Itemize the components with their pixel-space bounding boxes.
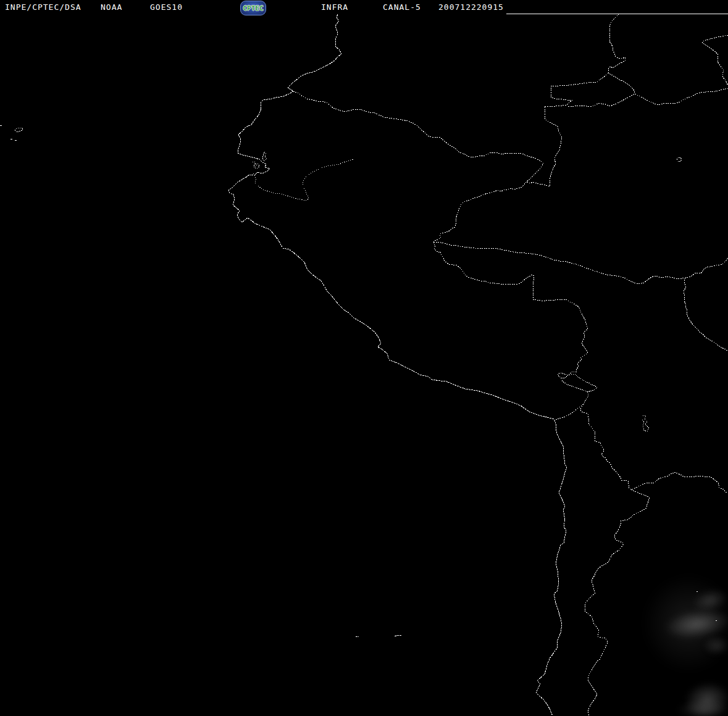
satellite-label: GOES10 <box>150 2 183 12</box>
header-bar: INPE/CPTEC/DSA NOAA GOES10 INFRA CANAL-5… <box>0 0 728 14</box>
guayaquil-island <box>262 152 267 161</box>
venezuela-brazil-border <box>568 88 728 106</box>
ecuador-peru-border <box>253 159 353 201</box>
ecuador-colombia-peru-north-border <box>293 91 543 242</box>
lake-poopo-outline <box>642 415 649 431</box>
cptec-logo-text: CPTEC <box>243 4 263 12</box>
map-borders-svg <box>0 0 728 716</box>
timestamp-label: 200712220915 <box>438 2 504 12</box>
venezuela-colombia-border <box>608 12 635 94</box>
northeast-corner-border <box>702 35 728 85</box>
peru-bolivia-chile-connector <box>554 404 584 420</box>
colombia-brazil-border <box>526 73 608 186</box>
guayaquil-inlet <box>254 164 259 169</box>
chile-bolivia-argentina-border <box>580 404 728 493</box>
channel-label: CANAL-5 <box>383 2 421 12</box>
islet-dot-b <box>10 139 12 139</box>
galapagos-islet-oval <box>15 128 23 131</box>
small-lake-north <box>677 157 682 161</box>
organization-label: NOAA <box>101 2 122 12</box>
pacific-coastline <box>228 14 567 716</box>
chile-argentina-border <box>585 489 650 716</box>
cptec-logo: CPTEC <box>240 1 266 15</box>
gulf-inner-shore <box>253 162 257 168</box>
brazil-bolivia-east-border <box>684 278 727 351</box>
amazon-colombia-peru-brazil-line <box>433 242 728 284</box>
cloud-speck-b <box>716 620 717 621</box>
satellite-image-viewport: INPE/CPTEC/DSA NOAA GOES10 INFRA CANAL-5… <box>0 0 728 716</box>
band-label: INFRA <box>321 2 348 12</box>
island-dash-east <box>395 635 401 636</box>
agency-label: INPE/CPTEC/DSA <box>5 2 82 12</box>
peru-brazil-bolivia-border <box>433 242 588 372</box>
lake-titicaca-tail <box>584 392 588 404</box>
lake-titicaca-outline <box>558 372 597 392</box>
